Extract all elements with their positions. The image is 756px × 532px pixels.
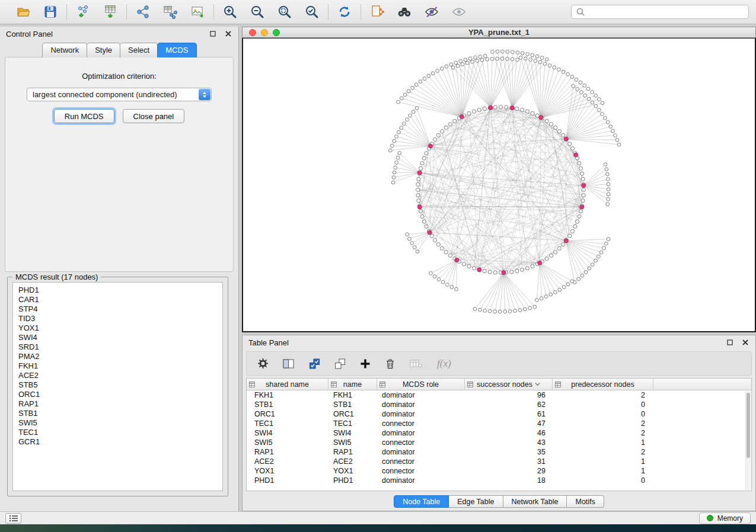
cell-name[interactable]: RAP1 xyxy=(328,447,377,457)
cell-predecessor-nodes[interactable]: 2 xyxy=(553,428,653,438)
network-canvas[interactable] xyxy=(242,38,756,332)
list-item[interactable]: STB1 xyxy=(18,409,222,418)
list-item[interactable]: PMA2 xyxy=(18,352,222,361)
list-item[interactable]: PHD1 xyxy=(18,286,222,295)
network-from-table-button[interactable] xyxy=(161,3,179,21)
column-header-shared-name[interactable]: shared name xyxy=(247,379,328,390)
float-panel-button[interactable] xyxy=(209,30,217,38)
close-panel-x-button[interactable] xyxy=(224,30,232,38)
table-scrollbar[interactable] xyxy=(745,391,751,490)
cell-mcds-role[interactable]: connector xyxy=(377,438,465,447)
cell-shared-name[interactable]: PHD1 xyxy=(247,476,328,485)
cell-name[interactable]: YOX1 xyxy=(328,466,377,476)
search-input[interactable] xyxy=(588,8,744,17)
list-item[interactable]: GCR1 xyxy=(18,437,222,447)
cell-mcds-role[interactable]: connector xyxy=(377,457,465,466)
list-item[interactable]: ACE2 xyxy=(18,371,222,380)
close-panel-button[interactable]: Close panel xyxy=(123,109,185,123)
tab-edge-table[interactable]: Edge Table xyxy=(449,495,503,508)
cell-name[interactable]: TEC1 xyxy=(328,419,377,428)
cell-successor-nodes[interactable]: 46 xyxy=(465,428,553,438)
cell-successor-nodes[interactable]: 47 xyxy=(465,419,553,428)
tab-network-table[interactable]: Network Table xyxy=(503,495,567,508)
list-item[interactable]: SWI5 xyxy=(18,418,222,428)
maximize-window-button[interactable] xyxy=(273,29,280,36)
tab-node-table[interactable]: Node Table xyxy=(394,495,449,508)
cell-name[interactable]: SWI5 xyxy=(328,438,377,447)
cell-name[interactable]: FKH1 xyxy=(328,390,377,400)
table-row[interactable]: SWI4SWI4dominator462 xyxy=(247,428,751,438)
list-item[interactable]: FKH1 xyxy=(18,361,222,371)
cell-mcds-role[interactable]: dominator xyxy=(377,428,465,438)
cell-predecessor-nodes[interactable]: 0 xyxy=(553,400,653,409)
cell-successor-nodes[interactable]: 43 xyxy=(465,438,553,447)
unselect-all-button[interactable] xyxy=(334,358,346,369)
delete-column-button[interactable] xyxy=(385,358,395,369)
cell-shared-name[interactable]: TEC1 xyxy=(247,419,328,428)
cell-successor-nodes[interactable]: 35 xyxy=(465,447,553,457)
import-table-button[interactable] xyxy=(101,3,119,21)
list-item[interactable]: STB5 xyxy=(18,380,222,390)
cell-shared-name[interactable]: ORC1 xyxy=(247,409,328,419)
column-header-name[interactable]: name xyxy=(328,379,377,390)
cell-successor-nodes[interactable]: 62 xyxy=(465,400,553,409)
mcds-result-list[interactable]: PHD1CAR1STP4TID3YOX1SWI4SRD1PMA2FKH1ACE2… xyxy=(12,282,223,491)
cell-mcds-role[interactable]: connector xyxy=(377,419,465,428)
table-row[interactable]: STB1STB1dominator620 xyxy=(247,400,751,409)
close-window-button[interactable] xyxy=(249,29,256,36)
cell-name[interactable]: ACE2 xyxy=(328,457,377,466)
import-network-button[interactable] xyxy=(74,3,92,21)
float-table-panel-button[interactable] xyxy=(726,338,734,347)
column-header-mcds-role[interactable]: MCDS role xyxy=(377,379,465,390)
table-row[interactable]: YOX1YOX1connector291 xyxy=(247,466,751,476)
tab-style[interactable]: Style xyxy=(87,43,120,57)
zoom-selected-button[interactable] xyxy=(303,3,321,21)
list-item[interactable]: TID3 xyxy=(18,314,222,323)
cell-shared-name[interactable]: SWI4 xyxy=(247,428,328,438)
tab-motifs[interactable]: Motifs xyxy=(567,495,604,508)
show-hide-button[interactable] xyxy=(450,3,468,21)
share-document-button[interactable] xyxy=(368,3,386,21)
list-item[interactable]: STP4 xyxy=(18,305,222,314)
function-builder-button[interactable]: f(x) xyxy=(437,358,451,370)
table-row[interactable]: RAP1RAP1dominator352 xyxy=(247,447,751,457)
cell-predecessor-nodes[interactable]: 2 xyxy=(553,447,653,457)
table-row[interactable]: SWI5SWI5connector431 xyxy=(247,438,751,447)
cell-name[interactable]: SWI4 xyxy=(328,428,377,438)
cell-mcds-role[interactable]: dominator xyxy=(377,409,465,419)
zoom-fit-button[interactable] xyxy=(276,3,294,21)
cell-name[interactable]: STB1 xyxy=(328,400,377,409)
table-row[interactable]: TEC1TEC1connector472 xyxy=(247,419,751,428)
cell-mcds-role[interactable]: dominator xyxy=(377,390,465,400)
cell-successor-nodes[interactable]: 96 xyxy=(465,390,553,400)
cell-successor-nodes[interactable]: 29 xyxy=(465,466,553,476)
save-session-button[interactable] xyxy=(42,3,59,21)
table-row[interactable]: ACE2ACE2connector311 xyxy=(247,457,751,466)
list-item[interactable]: RAP1 xyxy=(18,399,222,409)
cell-shared-name[interactable]: YOX1 xyxy=(247,466,328,476)
cell-successor-nodes[interactable]: 61 xyxy=(465,409,553,419)
select-all-button[interactable] xyxy=(309,358,320,369)
cell-shared-name[interactable]: ACE2 xyxy=(247,457,328,466)
cell-predecessor-nodes[interactable]: 1 xyxy=(553,466,653,476)
list-item[interactable]: ORC1 xyxy=(18,390,222,399)
cell-predecessor-nodes[interactable]: 0 xyxy=(553,409,653,419)
export-image-button[interactable] xyxy=(189,3,206,21)
close-table-panel-button[interactable] xyxy=(741,338,749,347)
column-header-predecessor-nodes[interactable]: predecessor nodes xyxy=(553,379,653,390)
network-graph-svg[interactable] xyxy=(243,39,755,331)
table-row[interactable]: FKH1FKH1dominator962 xyxy=(247,390,751,400)
tab-network[interactable]: Network xyxy=(42,43,87,57)
cell-successor-nodes[interactable]: 31 xyxy=(465,457,553,466)
tab-mcds[interactable]: MCDS xyxy=(157,43,196,57)
cell-predecessor-nodes[interactable]: 1 xyxy=(553,457,653,466)
cell-successor-nodes[interactable]: 18 xyxy=(465,476,553,485)
table-row[interactable]: PHD1PHD1dominator180 xyxy=(247,476,751,485)
list-item[interactable]: SRD1 xyxy=(18,342,222,352)
open-file-button[interactable] xyxy=(14,3,32,21)
refresh-button[interactable] xyxy=(336,3,353,21)
delete-table-button[interactable] xyxy=(410,359,423,368)
memory-button[interactable]: Memory xyxy=(699,512,751,524)
column-header-successor-nodes[interactable]: successor nodes xyxy=(465,379,553,390)
cell-mcds-role[interactable]: dominator xyxy=(377,400,465,409)
